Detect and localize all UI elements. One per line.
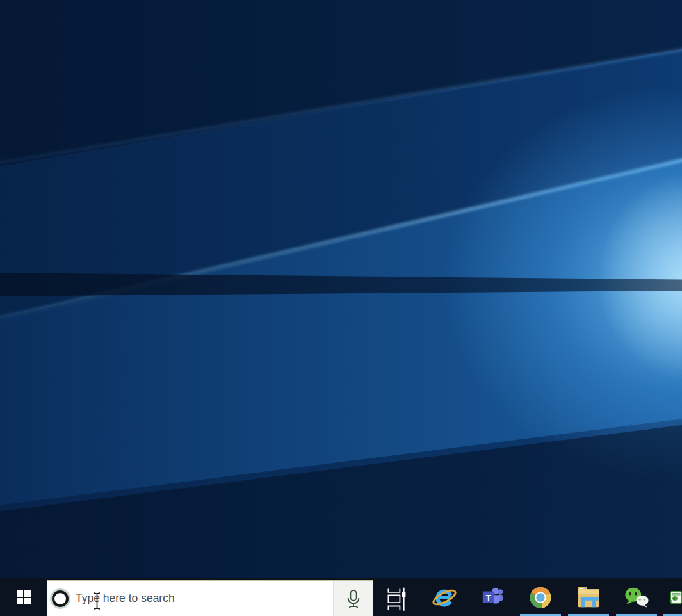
wechat-icon	[624, 585, 649, 609]
svg-text:T: T	[485, 592, 491, 602]
desktop[interactable]: T	[0, 0, 682, 616]
internet-explorer-icon	[432, 585, 457, 610]
microphone-icon	[345, 588, 362, 609]
microphone-button[interactable]	[333, 581, 373, 616]
cortana-circle-icon	[52, 590, 69, 607]
microsoft-teams-icon: T	[480, 585, 505, 610]
taskbar-icon-file-explorer[interactable]	[564, 578, 612, 616]
green-document-icon	[670, 585, 682, 610]
taskbar-icon-microsoft-teams[interactable]: T	[468, 578, 516, 616]
taskbar-icon-internet-explorer[interactable]	[420, 578, 468, 616]
taskbar-icon-partial-app[interactable]	[660, 578, 682, 616]
file-explorer-icon	[576, 585, 601, 610]
task-view-button[interactable]	[373, 578, 420, 616]
search-input[interactable]	[76, 592, 333, 605]
taskbar-icon-google-chrome[interactable]	[516, 578, 564, 616]
windows-logo-icon	[17, 590, 31, 604]
desktop-wallpaper	[0, 0, 682, 616]
chrome-icon	[529, 586, 552, 609]
task-view-icon	[385, 584, 408, 611]
taskbar: T	[0, 578, 682, 616]
text-ibeam-cursor	[93, 592, 101, 610]
taskbar-icon-wechat[interactable]	[612, 578, 660, 616]
start-button[interactable]	[0, 578, 47, 616]
